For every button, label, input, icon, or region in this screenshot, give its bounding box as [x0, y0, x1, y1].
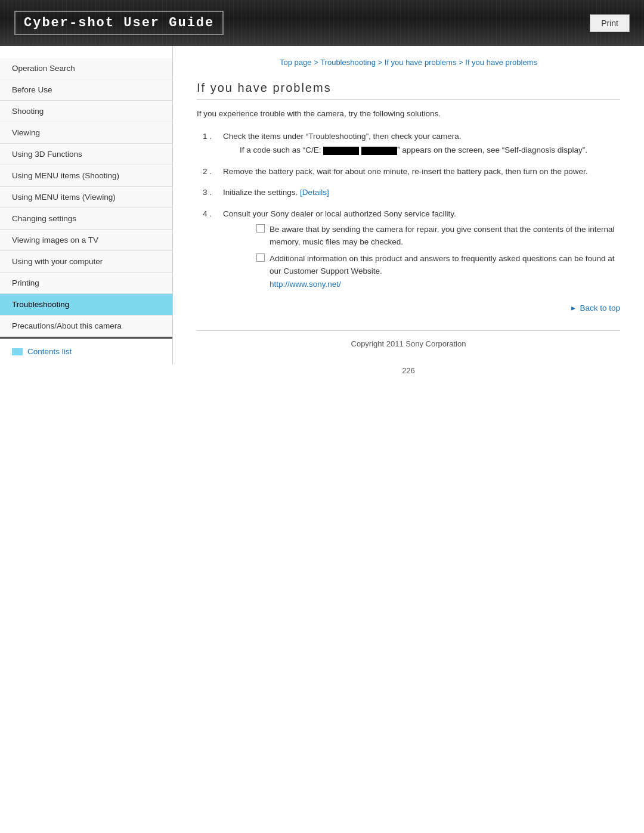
sony-net-link[interactable]: http://www.sony.net/	[270, 280, 341, 289]
sidebar-item-precautions[interactable]: Precautions/About this camera	[0, 315, 172, 337]
step-4-sub: Be aware that by sending the camera for …	[240, 223, 620, 291]
step-4-sub2-row: Additional information on this product a…	[256, 252, 620, 291]
contents-list-icon	[12, 348, 23, 355]
app-title: Cyber-shot User Guide	[14, 11, 224, 35]
checkbox-2	[256, 253, 265, 262]
step-1-content: Check the items under “Troubleshooting”,…	[223, 130, 587, 157]
step-1-main: Check the items under “Troubleshooting”,…	[223, 132, 461, 141]
contents-list-label: Contents list	[27, 347, 72, 356]
step-2-content: Remove the battery pack, wait for about …	[223, 165, 588, 178]
sidebar-item-3d-functions[interactable]: Using 3D Functions	[0, 144, 172, 165]
breadcrumb-troubleshooting[interactable]: Troubleshooting	[320, 58, 376, 67]
step-4-sub1-text: Be aware that by sending the camera for …	[270, 223, 620, 249]
step-4-sub1-row: Be aware that by sending the camera for …	[256, 223, 620, 249]
print-button[interactable]: Print	[590, 14, 630, 32]
step-4-content: Consult your Sony dealer or local author…	[223, 208, 620, 291]
breadcrumb-if-you-have-problems-1[interactable]: If you have problems	[385, 58, 457, 67]
sidebar-item-changing-settings[interactable]: Changing settings	[0, 208, 172, 230]
redacted-1	[323, 147, 359, 155]
sidebar: Operation Search Before Use Shooting Vie…	[0, 46, 173, 364]
back-to-top-link[interactable]: ▸ Back to top	[571, 304, 620, 312]
step-4-main: Consult your Sony dealer or local author…	[223, 209, 456, 218]
sidebar-item-shooting[interactable]: Shooting	[0, 101, 172, 122]
footer-copyright: Copyright 2011 Sony Corporation	[197, 330, 620, 348]
sidebar-item-operation-search[interactable]: Operation Search	[0, 58, 172, 79]
steps-list: 1 . Check the items under “Troubleshooti…	[203, 130, 620, 291]
redacted-2	[361, 147, 397, 155]
step-2: 2 . Remove the battery pack, wait for ab…	[203, 165, 620, 178]
step-3: 3 . Initialize the settings. [Details]	[203, 186, 620, 199]
sidebar-item-using-computer[interactable]: Using with your computer	[0, 251, 172, 272]
step-3-content: Initialize the settings. [Details]	[223, 186, 329, 199]
breadcrumb-top-page[interactable]: Top page	[280, 58, 312, 67]
sidebar-item-viewing[interactable]: Viewing	[0, 122, 172, 144]
back-arrow-icon: ▸	[571, 304, 575, 312]
details-link[interactable]: [Details]	[300, 188, 329, 197]
sidebar-item-menu-viewing[interactable]: Using MENU items (Viewing)	[0, 187, 172, 208]
breadcrumb: Top page > Troubleshooting > If you have…	[197, 58, 620, 67]
content-area: Top page > Troubleshooting > If you have…	[173, 46, 644, 399]
breadcrumb-sep-3: >	[459, 58, 465, 67]
step-4: 4 . Consult your Sony dealer or local au…	[203, 208, 620, 291]
intro-text: If you experience trouble with the camer…	[197, 107, 620, 120]
sidebar-item-troubleshooting[interactable]: Troubleshooting	[0, 294, 172, 315]
step-1: 1 . Check the items under “Troubleshooti…	[203, 130, 620, 157]
step-1-sub: If a code such as “C/E: ” appears on the…	[240, 144, 587, 157]
sidebar-item-menu-shooting[interactable]: Using MENU items (Shooting)	[0, 165, 172, 187]
checkbox-1	[256, 224, 265, 233]
breadcrumb-if-you-have-problems-2[interactable]: If you have problems	[465, 58, 537, 67]
main-layout: Operation Search Before Use Shooting Vie…	[0, 46, 644, 399]
page-header: Cyber-shot User Guide Print	[0, 0, 644, 46]
page-title: If you have problems	[197, 81, 620, 100]
step-3-number: 3 .	[203, 186, 219, 199]
back-to-top-label: Back to top	[580, 304, 620, 312]
page-number: 226	[197, 366, 620, 375]
step-2-number: 2 .	[203, 165, 219, 178]
sidebar-item-printing[interactable]: Printing	[0, 272, 172, 294]
step-4-sub2-text: Additional information on this product a…	[270, 252, 620, 291]
sidebar-item-viewing-tv[interactable]: Viewing images on a TV	[0, 230, 172, 251]
breadcrumb-sep-2: >	[378, 58, 385, 67]
breadcrumb-sep-1: >	[314, 58, 320, 67]
sidebar-footer[interactable]: Contents list	[0, 337, 172, 364]
sidebar-item-before-use[interactable]: Before Use	[0, 79, 172, 101]
step-4-number: 4 .	[203, 208, 219, 221]
back-to-top: ▸ Back to top	[197, 303, 620, 312]
step-1-number: 1 .	[203, 130, 219, 143]
